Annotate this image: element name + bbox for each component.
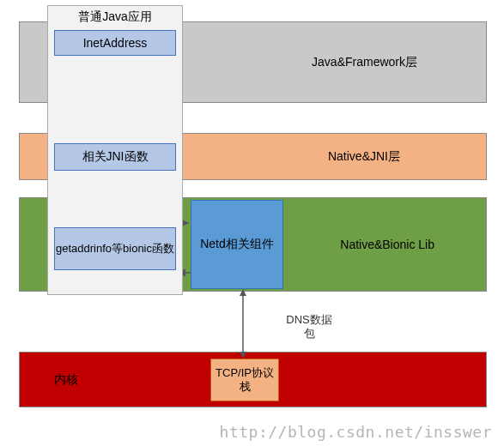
- node-label: getaddrinfo等bionic函数: [56, 242, 174, 256]
- layer-label: Native&JNI层: [328, 149, 400, 165]
- diagram-canvas: Java&Framework层 Native&JNI层 Native&Bioni…: [0, 0, 504, 446]
- layer-label: 内核: [54, 372, 78, 388]
- node-label: Netd相关组件: [200, 237, 274, 252]
- node-getaddrinfo: getaddrinfo等bionic函数: [54, 227, 176, 270]
- node-label: TCP/IP协议栈: [211, 366, 278, 393]
- watermark: http://blog.csdn.net/insswer: [220, 423, 492, 441]
- node-label: 相关JNI函数: [82, 149, 149, 165]
- node-label: InetAddress: [83, 36, 148, 50]
- node-inetaddress: InetAddress: [54, 30, 176, 56]
- edge-label-dns: DNS数据包: [283, 313, 335, 340]
- column-title: 普通Java应用: [78, 9, 152, 25]
- node-tcpip: TCP/IP协议栈: [210, 359, 279, 401]
- node-jni-fn: 相关JNI函数: [54, 143, 176, 171]
- node-netd: Netd相关组件: [191, 200, 283, 289]
- layer-label: Java&Framework层: [312, 55, 417, 70]
- layer-label: Native&Bionic Lib: [340, 238, 434, 251]
